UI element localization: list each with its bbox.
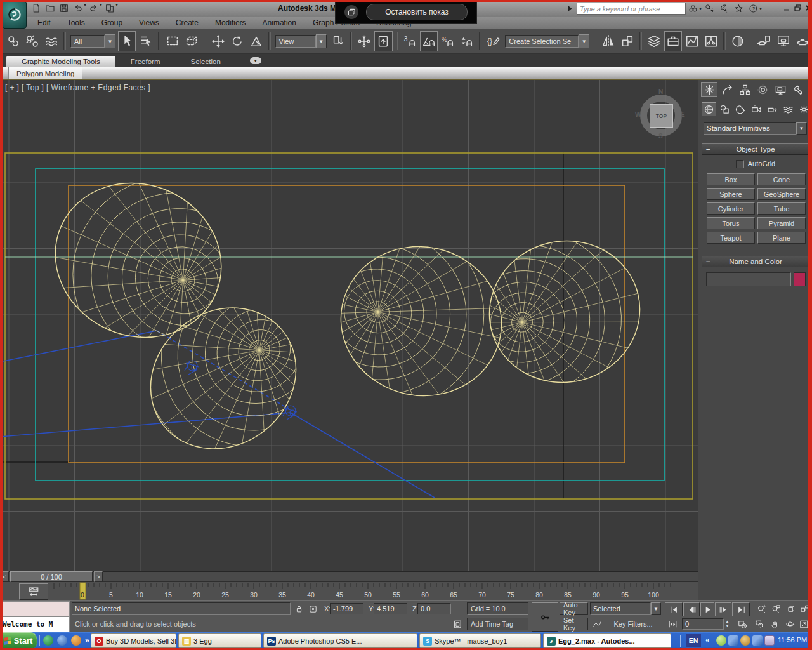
favorites-icon[interactable] (731, 3, 746, 15)
open-file-button[interactable] (43, 2, 57, 15)
subcategory-geometry[interactable] (702, 102, 716, 116)
collapse-icon[interactable]: − (706, 258, 710, 265)
primitive-button-pyramid[interactable]: Pyramid (757, 217, 806, 229)
autogrid-checkbox[interactable] (736, 160, 744, 168)
save-file-button[interactable] (57, 2, 71, 15)
undo-button[interactable] (71, 2, 85, 15)
menu-item-animation[interactable]: Animation (254, 18, 304, 27)
time-slider-handle[interactable]: 0 / 100 (10, 571, 93, 582)
primitive-button-geosphere[interactable]: GeoSphere (757, 188, 806, 200)
schematic-view-icon[interactable] (702, 31, 720, 51)
menu-item-edit[interactable]: Edit (29, 18, 59, 27)
stop-recording-button[interactable]: Остановить показ (366, 4, 468, 20)
subcategory-shapes[interactable] (717, 102, 732, 116)
percent-snap-toggle-icon[interactable]: % (439, 31, 457, 51)
edit-named-selection-sets-icon[interactable]: {} (485, 31, 502, 51)
subscription-key-icon[interactable] (702, 3, 717, 15)
name-color-rollout-header[interactable]: − Name and Color (702, 256, 809, 267)
subcategory-systems[interactable] (797, 102, 811, 116)
frame-spinner[interactable]: ▲▼ (724, 618, 731, 630)
new-file-button[interactable] (29, 2, 43, 15)
task-button-photoshop[interactable]: PsAdobe Photoshop CS5 E... (263, 633, 417, 648)
zoom-extents-icon[interactable] (784, 602, 797, 615)
redo-button[interactable] (87, 2, 101, 15)
x-coordinate-field[interactable]: -1.799 (330, 603, 363, 614)
reference-coordinate-system-arrow[interactable]: ▼ (316, 34, 327, 48)
key-filters-button[interactable]: Key Filters... (606, 618, 660, 630)
open-mini-curve-editor-button[interactable] (19, 583, 48, 600)
select-and-rotate-icon[interactable] (228, 31, 246, 51)
toggle-ribbon-icon[interactable] (664, 31, 682, 51)
manage-layers-icon[interactable] (645, 31, 663, 51)
subcategory-space-warps[interactable] (781, 102, 796, 116)
tab-polygon-modeling[interactable]: Polygon Modeling (8, 67, 82, 79)
search-input[interactable] (577, 3, 686, 15)
rendered-frame-window-icon[interactable] (775, 31, 792, 51)
minimize-button[interactable] (782, 3, 792, 13)
next-frame-arrow[interactable]: > (94, 571, 103, 582)
add-time-tag[interactable]: Add Time Tag (467, 618, 528, 630)
viewport-label[interactable]: [ + ] [ Top ] [ Wireframe + Edged Faces … (5, 83, 150, 92)
subcategory-helpers[interactable] (765, 102, 780, 116)
primitive-button-torus[interactable]: Torus (707, 217, 755, 229)
quick-launch-overflow[interactable]: » (85, 636, 89, 645)
select-and-scale-icon[interactable] (247, 31, 265, 51)
primitive-button-teapot[interactable]: Teapot (707, 232, 755, 244)
curve-editor-icon[interactable] (683, 31, 701, 51)
category-dropdown-arrow[interactable]: ▼ (796, 122, 807, 135)
task-button-3dsmax[interactable]: ϶Egg_2.max - Autodes... (543, 633, 671, 648)
unlink-selection-icon[interactable] (23, 31, 41, 51)
menu-item-group[interactable]: Group (93, 18, 131, 27)
named-selection-set-arrow[interactable]: ▼ (579, 34, 589, 48)
task-button-skype[interactable]: SSkype™ - mause_boy1 (419, 633, 541, 648)
render-production-icon[interactable] (794, 31, 811, 51)
keyboard-shortcut-override-icon[interactable] (374, 31, 392, 51)
key-filter-scope-dropdown[interactable]: Selected ▼ (590, 602, 661, 615)
search-icon[interactable] (686, 3, 700, 15)
panel-tab-modify[interactable] (719, 82, 735, 97)
browser-icon[interactable] (57, 635, 67, 646)
panel-tab-motion[interactable] (754, 82, 771, 97)
agent-icon[interactable] (71, 635, 81, 646)
primitive-button-plane[interactable]: Plane (757, 232, 806, 244)
language-indicator[interactable]: EN (686, 634, 701, 647)
selection-filter-arrow[interactable]: ▼ (105, 34, 115, 48)
panel-tab-hierarchy[interactable] (737, 82, 753, 97)
ribbon-tab-graphite-modeling-tools[interactable]: Graphite Modeling Tools (6, 56, 115, 67)
set-key-button[interactable]: Set Key (560, 618, 588, 630)
pan-view-icon[interactable] (768, 618, 782, 630)
material-editor-icon[interactable] (729, 31, 747, 51)
primitive-button-sphere[interactable]: Sphere (707, 188, 755, 200)
viewcube-top-face[interactable]: TOP (650, 104, 673, 128)
collapse-icon[interactable]: − (706, 145, 710, 153)
ribbon-tab-selection[interactable]: Selection (175, 56, 235, 67)
maxscript-mini-listener[interactable]: Welcome to M (0, 616, 70, 632)
y-coordinate-field[interactable]: 4.519 (374, 603, 407, 614)
absolute-mode-transform-toggle[interactable] (306, 602, 319, 615)
menu-item-modifiers[interactable]: Modifiers (207, 18, 254, 27)
named-selection-set-dropdown[interactable]: Create Selection Se▼ (505, 35, 589, 48)
zoom-icon[interactable] (755, 602, 768, 615)
bind-to-space-warp-icon[interactable] (43, 31, 60, 51)
recorder-display-icon[interactable] (344, 5, 358, 19)
time-configuration-icon[interactable] (735, 618, 750, 630)
time-slider-track[interactable]: < 0 / 100 > (0, 571, 698, 582)
object-color-swatch[interactable] (794, 272, 806, 286)
menu-item-views[interactable]: Views (131, 18, 167, 27)
subcategory-cameras[interactable] (749, 102, 764, 116)
primitive-button-box[interactable]: Box (707, 173, 755, 185)
tray-organizer-icon[interactable] (764, 635, 775, 646)
current-frame-field[interactable]: 0 (682, 618, 724, 630)
viewport-top[interactable]: [ + ] [ Top ] [ Wireframe + Edged Faces … (0, 80, 698, 571)
maximize-viewport-toggle-icon[interactable] (797, 618, 811, 630)
selection-filter-dropdown[interactable]: All▼ (70, 35, 115, 48)
restore-button[interactable] (793, 3, 802, 13)
go-to-end-button[interactable] (732, 602, 750, 616)
set-keys-button[interactable] (532, 602, 558, 632)
help-icon[interactable]: ? (746, 3, 761, 15)
isolate-selection-icon[interactable] (452, 618, 464, 630)
previous-frame-button[interactable] (683, 602, 700, 616)
z-coordinate-field[interactable]: 0.0 (417, 603, 451, 614)
tray-messenger-icon[interactable] (716, 635, 726, 646)
track-bar[interactable]: 0510152025303540455055606570758085909510… (0, 582, 698, 600)
